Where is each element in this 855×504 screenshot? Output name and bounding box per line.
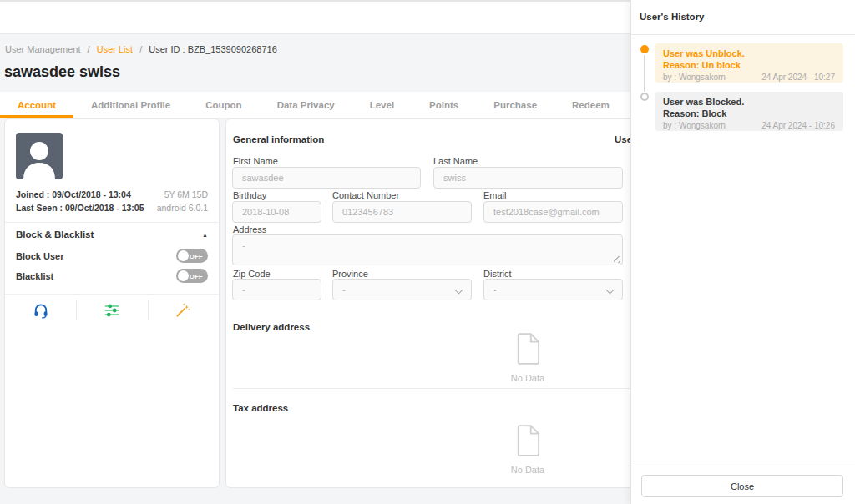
joined-row: Joined : 09/Oct/2018 - 13:04 5Y 6M 15D <box>16 189 208 200</box>
last-name-label: Last Name <box>433 156 478 166</box>
history-entry-date: 24 Apr 2024 - 10:27 <box>761 73 835 82</box>
joined-label: Joined : 09/Oct/2018 - 13:04 <box>16 189 131 200</box>
device-version: android 6.0.1 <box>157 203 208 214</box>
last-seen-row: Last Seen : 09/Oct/2018 - 13:05 android … <box>16 203 208 214</box>
breadcrumb-separator: / <box>88 44 90 54</box>
users-history-panel-title: User's History <box>640 12 705 22</box>
history-entry-meta: by : Wongsakorn 24 Apr 2024 - 10:27 <box>663 73 835 82</box>
tab-redeem[interactable]: Redeem <box>554 92 627 118</box>
last-name-field[interactable] <box>433 167 623 189</box>
contact-support-button[interactable] <box>5 294 76 326</box>
headset-icon <box>33 302 49 319</box>
general-information-title: General information <box>233 134 324 144</box>
email-label: Email <box>483 190 507 200</box>
zip-code-label: Zip Code <box>233 269 271 279</box>
divider <box>5 222 219 223</box>
first-name-label: First Name <box>233 156 278 166</box>
tab-purchase[interactable]: Purchase <box>476 92 554 118</box>
history-entry-title: User was Unblock. <box>663 48 835 60</box>
breadcrumb-separator: / <box>139 44 142 54</box>
district-label: District <box>483 269 512 279</box>
magic-wand-icon <box>175 302 191 319</box>
toggle-knob <box>178 250 189 261</box>
close-button[interactable]: Close <box>641 475 843 497</box>
profile-card: Joined : 09/Oct/2018 - 13:04 5Y 6M 15D L… <box>4 118 220 488</box>
breadcrumb-user-list[interactable]: User List <box>97 44 133 54</box>
document-icon <box>515 333 540 365</box>
birthday-label: Birthday <box>233 190 266 200</box>
page-title: sawasdee swiss <box>4 63 120 81</box>
history-entry-author: by : Wongsakorn <box>663 121 726 130</box>
tab-data-privacy[interactable]: Data Privacy <box>260 92 352 118</box>
users-history-panel: User's History User was Unblock. Reason:… <box>630 0 855 504</box>
timeline-circle-icon <box>640 93 649 101</box>
tab-account[interactable]: Account <box>0 92 73 118</box>
history-entry-date: 24 Apr 2024 - 10:26 <box>761 121 835 130</box>
tax-empty-state: No Data <box>490 425 565 475</box>
no-data-label: No Data <box>490 373 565 383</box>
district-select[interactable]: - <box>483 279 623 300</box>
person-silhouette-icon <box>16 133 63 179</box>
blacklist-row: Blacklist OFF <box>16 269 208 283</box>
history-entry-title: User was Blocked. <box>663 97 835 108</box>
toggle-knob <box>178 270 189 281</box>
tab-additional-profile[interactable]: Additional Profile <box>73 92 188 118</box>
tab-points[interactable]: Points <box>412 92 476 118</box>
block-blacklist-title: Block & Blacklist <box>16 229 94 239</box>
chevron-down-icon <box>455 286 463 295</box>
history-entry-reason: Reason: Block <box>663 108 835 120</box>
last-seen-label: Last Seen : 09/Oct/2018 - 13:05 <box>16 203 144 214</box>
profile-actions <box>5 294 219 326</box>
block-user-toggle[interactable]: OFF <box>176 249 208 263</box>
timeline-dot-icon <box>640 45 649 53</box>
sliders-icon <box>103 301 121 320</box>
block-blacklist-header: Block & Blacklist ▲ <box>16 229 208 239</box>
caret-up-icon[interactable]: ▲ <box>202 232 208 238</box>
membership-age: 5Y 6M 15D <box>164 189 208 200</box>
breadcrumb-user-id: User ID : BZB_1539090268716 <box>149 44 277 54</box>
email-field[interactable] <box>483 201 623 223</box>
avatar <box>16 133 63 179</box>
tab-coupon[interactable]: Coupon <box>188 92 259 118</box>
birthday-field[interactable] <box>232 201 321 223</box>
timeline-connector <box>644 55 645 92</box>
address-field[interactable]: - <box>232 234 623 265</box>
history-entry-meta: by : Wongsakorn 24 Apr 2024 - 10:26 <box>663 121 835 130</box>
tax-address-title: Tax address <box>233 403 288 413</box>
history-entry: User was Unblock. Reason: Un block by : … <box>655 43 843 83</box>
no-data-label: No Data <box>490 465 565 475</box>
province-value: - <box>342 285 346 295</box>
document-icon <box>515 425 540 456</box>
blacklist-toggle[interactable]: OFF <box>176 269 208 283</box>
breadcrumb-user-management[interactable]: User Management <box>5 44 81 54</box>
first-name-field[interactable] <box>232 167 421 189</box>
district-value: - <box>493 285 497 295</box>
toggle-state-label: OFF <box>190 252 203 260</box>
reset-password-button[interactable] <box>148 294 219 326</box>
toggle-state-label: OFF <box>190 272 203 280</box>
divider <box>631 466 855 466</box>
history-entry: User was Blocked. Reason: Block by : Won… <box>655 92 843 131</box>
history-entry-author: by : Wongsakorn <box>663 73 726 82</box>
block-user-row: Block User OFF <box>16 249 208 263</box>
zip-code-field[interactable] <box>232 279 321 300</box>
history-entry-reason: Reason: Un block <box>663 60 835 72</box>
contact-number-field[interactable] <box>332 201 472 223</box>
province-select[interactable]: - <box>332 279 472 300</box>
address-label: Address <box>233 224 266 234</box>
breadcrumb: User Management / User List / User ID : … <box>5 44 277 54</box>
block-user-label: Block User <box>16 251 63 261</box>
chevron-down-icon <box>606 286 615 295</box>
delivery-address-title: Delivery address <box>233 322 310 332</box>
divider <box>631 34 855 35</box>
tab-level[interactable]: Level <box>352 92 412 118</box>
blacklist-label: Blacklist <box>16 271 53 281</box>
preferences-button[interactable] <box>76 294 147 326</box>
delivery-empty-state: No Data <box>490 333 565 383</box>
province-label: Province <box>332 269 368 279</box>
contact-number-label: Contact Number <box>332 190 399 200</box>
